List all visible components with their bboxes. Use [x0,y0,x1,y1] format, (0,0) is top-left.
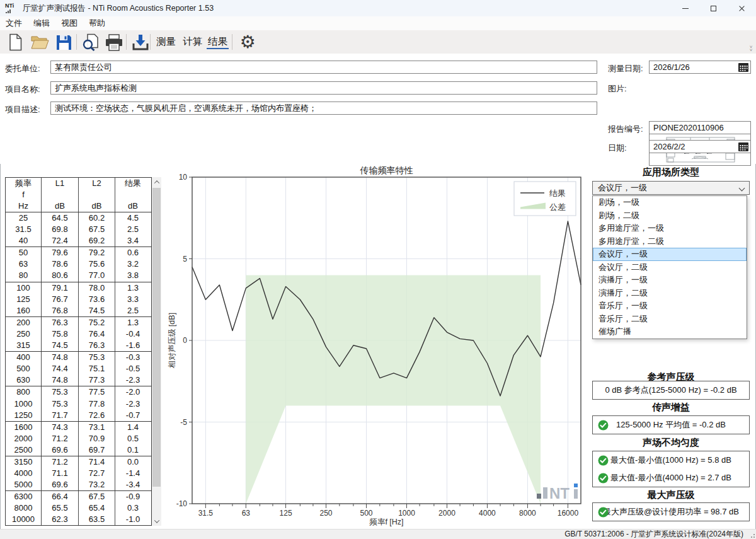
svg-text:公差: 公差 [549,202,566,212]
svg-text:-5: -5 [180,418,187,427]
table-cell: 2000 [6,433,42,444]
venue-option[interactable]: 会议厅，一级 [593,248,747,261]
venue-option[interactable]: 催场广播 [593,325,747,339]
window-title: 厅堂扩声测试报告 - NTi Room Acoustics Reporter 1… [23,3,214,14]
menu-bar: 文件 编辑 视图 帮助 [0,16,756,30]
table-cell: 71.1 [42,468,79,479]
new-document-button[interactable] [5,33,26,52]
resize-grip[interactable] [748,531,755,538]
venue-option[interactable]: 音乐厅，一级 [593,299,747,313]
venue-option[interactable]: 演播厅，二级 [593,287,747,300]
project-desc-input[interactable] [50,101,597,115]
table-cell: 40 [6,235,42,246]
tab-measure[interactable]: 测量 [155,35,177,49]
app-window: NTi 厅堂扩声测试报告 - NTi Room Acoustics Report… [0,0,756,539]
table-cell: 77.3 [79,374,115,386]
tab-results[interactable]: 结果 [207,35,229,49]
maximize-button[interactable] [699,0,728,16]
table-scrollbar[interactable] [152,177,161,526]
result-row: 最大值-最小值(1000 Hz) = 5.8 dB [593,451,749,469]
scroll-down-icon[interactable] [152,516,161,526]
table-cell: 75.3 [42,398,79,410]
venue-type-title: 应用场所类型 [591,166,751,178]
venue-option[interactable]: 多用途厅堂，一级 [593,222,747,235]
save-button[interactable] [53,33,74,52]
table-cell: 0.6 [115,247,151,258]
table-row: 31574.576.3-1.6 [6,340,151,352]
client-input[interactable] [50,61,597,74]
print-button[interactable] [103,33,125,52]
table-cell: -2.3 [115,398,151,410]
check-icon [598,473,609,484]
check-icon [598,420,609,431]
table-cell: 71.4 [79,456,115,468]
picture-label: 图片: [608,83,627,95]
table-header-col: L1dB [42,178,79,212]
menu-edit[interactable]: 编辑 [28,16,55,30]
table-cell: -1.6 [115,340,151,351]
table-cell: 76.3 [42,317,79,328]
standard-reference-text: GB/T 50371:2006 - 厅堂扩声系统设计标准(2024年版) [564,529,743,539]
open-button[interactable] [29,33,50,52]
report-header-form: 委托单位: 项目名称: 项目描述: 测量日期: 图片: [0,54,756,164]
table-row: 10079.178.01.3 [6,282,151,294]
measure-date-calendar-button[interactable] [737,62,750,72]
close-button[interactable] [728,0,756,16]
table-row: 315071.271.40.0 [6,456,151,468]
venue-option[interactable]: 多用途厅堂，二级 [593,235,747,248]
result-row: 125-5000 Hz 平均值 = -0.2 dB [593,416,749,434]
result-text: 最大声压级@设计使用功率 = 98.7 dB [593,506,749,518]
table-cell: 2.5 [115,305,151,316]
chart-canvas: 31.5631252505001000200040008000160001050… [165,165,586,530]
menu-file[interactable]: 文件 [0,16,28,30]
export-button[interactable] [130,33,151,52]
measure-date-input[interactable] [649,61,751,74]
table-cell: 72.6 [79,410,115,421]
venue-option[interactable]: 会议厅，二级 [593,261,747,274]
date-input[interactable] [649,140,751,153]
svg-text:31.5: 31.5 [198,509,214,518]
scroll-up-icon[interactable] [152,177,161,187]
menu-view[interactable]: 视图 [55,16,83,30]
table-cell: 3.4 [115,235,151,246]
table-header-col: 结果dB [115,178,151,212]
status-bar: GB/T 50371:2006 - 厅堂扩声系统设计标准(2024年版) [0,529,756,539]
table-cell: -1.4 [115,468,151,479]
print-preview-button[interactable] [80,33,101,52]
minimize-button[interactable] [671,0,699,16]
table-row: 125071.772.6-0.7 [6,410,151,422]
table-cell: -0.5 [115,363,151,374]
table-cell: 75.3 [79,352,115,363]
svg-text:2000: 2000 [438,509,455,518]
table-cell: 1.3 [115,317,151,328]
toolbar-overflow-icon[interactable]: ˅˅ [748,45,754,52]
report-no-input[interactable] [649,121,751,134]
result-text: 最大值-最小值(1000 Hz) = 5.8 dB [593,455,749,466]
venue-type-combobox[interactable]: 会议厅，一级 [592,181,750,195]
report-no-label: 报告编号: [608,124,643,135]
tab-calculate[interactable]: 计算 [181,35,203,49]
table-row: 50074.475.1-0.5 [6,363,151,374]
date-calendar-button[interactable] [737,141,750,152]
table-cell: 800 [6,386,42,398]
svg-text:0: 0 [183,336,187,345]
svg-text:频率f [Hz]: 频率f [Hz] [369,518,403,526]
table-cell: 76.7 [42,294,79,305]
venue-selected-value: 会议厅，一级 [598,182,647,194]
table-cell: 200 [6,317,42,328]
project-name-input[interactable] [50,81,597,95]
table-cell: 74.8 [42,374,79,386]
venue-option[interactable]: 演播厅，一级 [593,274,747,287]
chevron-down-icon [739,185,745,192]
settings-button[interactable]: ⚙ [237,33,258,52]
minimize-icon [682,8,689,9]
venue-option[interactable]: 音乐厅，二级 [593,313,747,326]
venue-option[interactable]: 剧场，一级 [593,196,747,209]
result-row: 最大声压级@设计使用功率 = 98.7 dB [593,503,749,521]
open-folder-icon [30,34,49,50]
venue-option[interactable]: 剧场，二级 [593,209,747,223]
table-cell: -0.9 [115,491,151,502]
svg-text:250: 250 [320,509,333,518]
menu-help[interactable]: 帮助 [83,16,111,30]
scrollbar-thumb[interactable] [152,188,161,487]
